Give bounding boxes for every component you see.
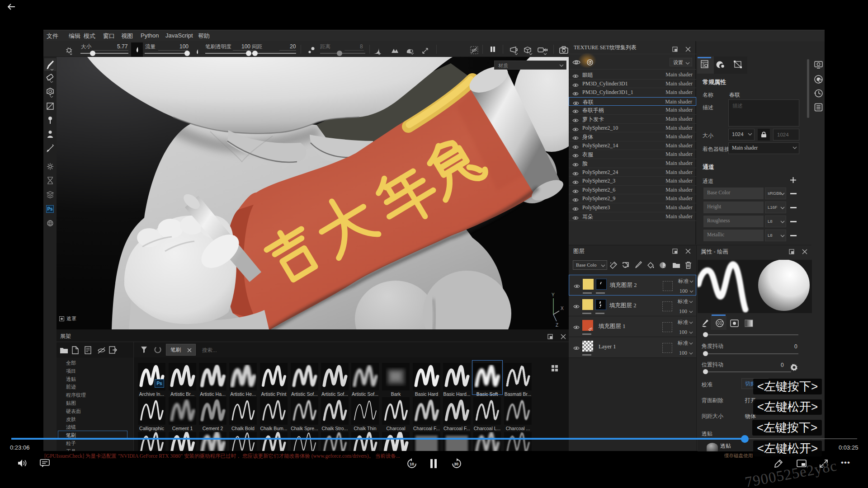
svg-text:10: 10 [410,462,414,466]
svg-text:30: 30 [454,462,458,466]
svg-text:X: X [561,306,564,311]
svg-text:Y: Y [552,292,555,297]
svg-text:Z: Z [556,323,558,328]
